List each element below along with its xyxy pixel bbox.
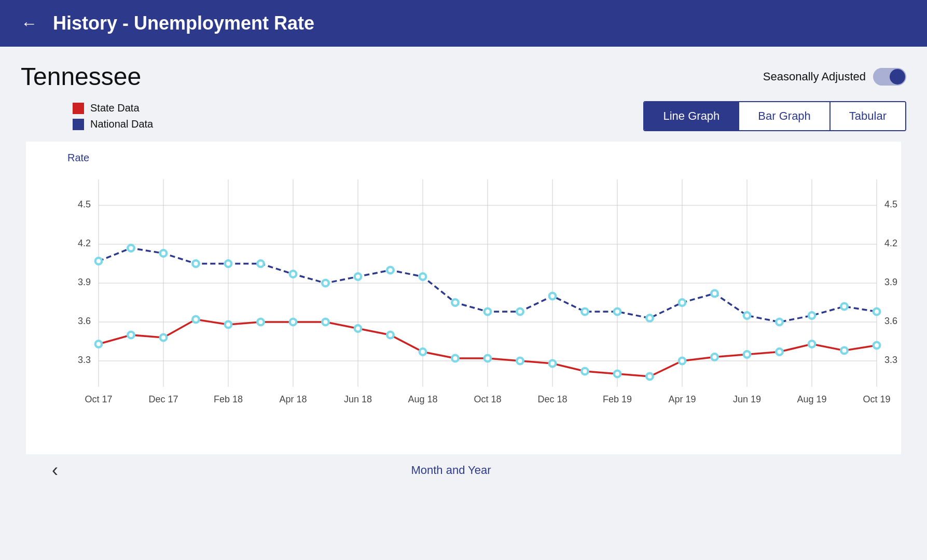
nat-dot-inner-11 xyxy=(453,301,458,305)
top-row: Tennessee Seasonally Adjusted xyxy=(21,62,906,91)
state-name: Tennessee xyxy=(21,62,141,91)
state-dot-inner-14 xyxy=(550,361,555,366)
state-dot-inner-21 xyxy=(778,350,782,354)
x-tick-aug18: Aug 18 xyxy=(408,394,437,404)
y-axis-label: Rate xyxy=(67,152,870,164)
tabular-button[interactable]: Tabular xyxy=(831,102,905,130)
legend-national: National Data xyxy=(73,118,153,130)
y-tick-33: 3.3 xyxy=(78,355,91,365)
y-tick-r-36: 3.6 xyxy=(884,316,897,326)
x-tick-apr19: Apr 19 xyxy=(668,394,696,404)
state-dot-inner-17 xyxy=(648,374,652,379)
nat-dot-inner-16 xyxy=(615,310,619,314)
state-dot-inner-2 xyxy=(161,335,165,340)
nat-dot-inner-22 xyxy=(810,314,814,318)
x-tick-feb19: Feb 19 xyxy=(603,394,632,404)
bar-graph-button[interactable]: Bar Graph xyxy=(739,102,831,130)
x-tick-dec18: Dec 18 xyxy=(537,394,567,404)
state-dot-inner-10 xyxy=(421,350,425,354)
nat-dot-inner-10 xyxy=(421,275,425,279)
state-dot-inner-24 xyxy=(875,343,879,347)
state-dot-inner-12 xyxy=(486,356,490,360)
state-dot-inner-7 xyxy=(324,320,328,324)
state-dot-inner-11 xyxy=(453,356,458,360)
page-title: History - Unemployment Rate xyxy=(53,12,314,34)
state-dot-inner-22 xyxy=(810,342,814,346)
nat-dot-inner-23 xyxy=(842,304,847,309)
state-dot-inner-9 xyxy=(389,333,393,337)
nat-dot-inner-5 xyxy=(259,262,263,266)
nat-dot-inner-20 xyxy=(745,314,749,318)
state-dot-inner-3 xyxy=(194,317,198,321)
nat-dot-inner-1 xyxy=(129,246,133,250)
national-legend-box xyxy=(73,119,84,130)
back-button[interactable]: ← xyxy=(21,14,37,33)
y-tick-39: 3.9 xyxy=(78,277,91,287)
nat-dot-inner-8 xyxy=(356,275,360,279)
nat-dot-inner-12 xyxy=(486,310,490,314)
line-chart: .axis-t { font-size: 18px; fill: #444; f… xyxy=(67,169,908,423)
state-dot-inner-5 xyxy=(259,320,263,324)
y-tick-36: 3.6 xyxy=(78,316,91,326)
nat-dot-inner-18 xyxy=(680,301,684,305)
x-tick-feb18: Feb 18 xyxy=(214,394,243,404)
nat-dot-inner-21 xyxy=(778,320,782,324)
x-tick-apr18: Apr 18 xyxy=(279,394,307,404)
seasonal-label: Seasonally Adjusted xyxy=(763,70,866,83)
legend-state: State Data xyxy=(73,102,153,114)
app-header: ← History - Unemployment Rate xyxy=(0,0,927,47)
x-tick-oct17: Oct 17 xyxy=(85,394,112,404)
seasonal-toggle-row: Seasonally Adjusted xyxy=(763,68,906,86)
state-dot-inner-1 xyxy=(129,333,133,337)
nat-dot-inner-7 xyxy=(324,281,328,285)
main-content: Tennessee Seasonally Adjusted State Data… xyxy=(0,47,927,497)
nat-dot-inner-3 xyxy=(194,262,198,266)
state-dot-inner-0 xyxy=(96,342,101,346)
y-tick-42: 4.2 xyxy=(78,238,91,248)
bottom-row: ‹ Month and Year xyxy=(21,459,906,481)
state-dot-inner-4 xyxy=(226,323,230,327)
x-tick-oct18: Oct 18 xyxy=(474,394,501,404)
chart-container: Rate .axis-t { font-size: 18px; fill: #4… xyxy=(26,142,901,454)
nat-dot-inner-17 xyxy=(648,316,652,320)
controls-row: State Data National Data Line Graph Bar … xyxy=(21,101,906,131)
state-dot-inner-6 xyxy=(291,320,295,324)
y-tick-r-42: 4.2 xyxy=(884,238,897,248)
state-dot-inner-19 xyxy=(713,355,717,359)
nat-dot-inner-24 xyxy=(875,310,879,314)
line-graph-button[interactable]: Line Graph xyxy=(644,102,739,130)
x-tick-dec17: Dec 17 xyxy=(148,394,178,404)
state-legend-label: State Data xyxy=(90,102,140,114)
prev-page-button[interactable]: ‹ xyxy=(52,459,58,481)
state-dot-inner-15 xyxy=(583,369,587,373)
chart-legend: State Data National Data xyxy=(73,102,153,130)
y-tick-r-33: 3.3 xyxy=(884,355,897,365)
state-dot-inner-16 xyxy=(615,372,619,376)
nat-dot-inner-0 xyxy=(96,259,101,263)
nat-dot-inner-9 xyxy=(389,268,393,272)
x-axis-label: Month and Year xyxy=(58,464,844,477)
nat-dot-inner-15 xyxy=(583,310,587,314)
x-tick-jun19: Jun 19 xyxy=(733,394,761,404)
state-dot-inner-13 xyxy=(518,359,522,363)
x-tick-jun18: Jun 18 xyxy=(344,394,372,404)
nat-dot-inner-6 xyxy=(291,272,295,276)
nat-dot-inner-14 xyxy=(550,294,555,298)
y-tick-45: 4.5 xyxy=(78,199,91,209)
state-dot-inner-20 xyxy=(745,353,749,357)
graph-type-selector: Line Graph Bar Graph Tabular xyxy=(643,101,906,131)
x-tick-aug19: Aug 19 xyxy=(797,394,826,404)
nat-dot-inner-4 xyxy=(226,262,230,266)
nat-dot-inner-19 xyxy=(713,291,717,296)
national-legend-label: National Data xyxy=(90,118,153,130)
nat-dot-inner-13 xyxy=(518,310,522,314)
seasonal-toggle[interactable] xyxy=(873,68,906,86)
y-tick-r-45: 4.5 xyxy=(884,199,897,209)
toggle-thumb xyxy=(890,69,905,85)
state-legend-box xyxy=(73,103,84,114)
state-dot-inner-18 xyxy=(680,359,684,363)
x-tick-oct19: Oct 19 xyxy=(863,394,890,404)
state-dot-inner-23 xyxy=(842,348,847,353)
state-dot-inner-8 xyxy=(356,327,360,331)
y-tick-r-39: 3.9 xyxy=(884,277,897,287)
